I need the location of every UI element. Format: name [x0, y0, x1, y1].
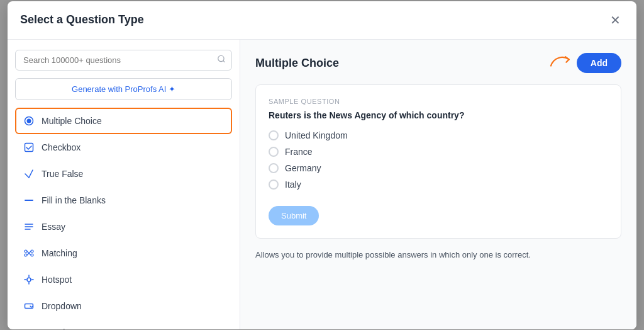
- search-box: [15, 50, 232, 71]
- svg-point-17: [27, 278, 31, 282]
- option-label-1: United Kingdom: [285, 130, 348, 140]
- close-button[interactable]: ✕: [606, 11, 624, 29]
- typein-icon: [23, 326, 35, 329]
- sidebar-item-fill-blanks[interactable]: Fill in the Blanks: [15, 187, 232, 213]
- close-icon: ✕: [610, 13, 621, 28]
- sidebar-item-label: True False: [42, 169, 83, 179]
- checkbox-icon: [23, 141, 35, 154]
- arrow-icon: [549, 52, 572, 74]
- sidebar-item-true-false[interactable]: True False: [15, 161, 232, 187]
- svg-point-12: [31, 250, 33, 253]
- multiple-choice-icon: [23, 115, 35, 127]
- svg-point-2: [27, 118, 31, 123]
- content-header: Multiple Choice Add: [255, 52, 621, 74]
- option-4: Italy: [269, 179, 608, 190]
- option-label-2: France: [285, 147, 313, 157]
- sidebar-item-multiple-choice[interactable]: Multiple Choice: [15, 108, 232, 134]
- sidebar-item-label: Type in: [42, 327, 70, 329]
- content-title: Multiple Choice: [255, 57, 339, 70]
- svg-point-14: [31, 254, 33, 256]
- content-panel: Multiple Choice Add Sample Qu: [240, 40, 636, 329]
- sidebar: Generate with ProProfs AI ✦ Multiple Cho…: [8, 40, 240, 329]
- modal-title: Select a Question Type: [20, 13, 144, 26]
- sample-question: Reuters is the News Agency of which coun…: [269, 110, 608, 120]
- option-label-3: Germany: [285, 163, 321, 173]
- submit-label: Submit: [281, 211, 306, 220]
- sidebar-item-essay[interactable]: Essay: [15, 213, 232, 240]
- modal-body: Generate with ProProfs AI ✦ Multiple Cho…: [8, 40, 636, 329]
- radio-circle-1: [269, 130, 279, 140]
- sidebar-item-label: Multiple Choice: [42, 116, 102, 126]
- svg-rect-22: [25, 304, 33, 308]
- generate-btn[interactable]: Generate with ProProfs AI ✦: [15, 78, 232, 100]
- radio-circle-2: [269, 147, 279, 157]
- svg-line-4: [25, 174, 29, 178]
- sidebar-item-checkbox[interactable]: Checkbox: [15, 134, 232, 161]
- option-2: France: [269, 147, 608, 157]
- svg-point-11: [25, 250, 27, 253]
- radio-circle-3: [269, 163, 279, 173]
- sidebar-item-label: Fill in the Blanks: [42, 195, 106, 205]
- svg-point-0: [218, 55, 224, 61]
- matching-icon: [23, 247, 35, 259]
- radio-circle-4: [269, 179, 279, 190]
- sidebar-item-label: Hotspot: [42, 275, 72, 285]
- submit-button[interactable]: Submit: [269, 206, 319, 225]
- question-types-list: Multiple Choice Checkbox: [15, 108, 232, 329]
- description-text: Allows you to provide multiple possible …: [255, 249, 621, 261]
- truefalse-icon: [23, 168, 35, 180]
- option-3: Germany: [269, 163, 608, 173]
- sidebar-item-matching[interactable]: Matching: [15, 240, 232, 266]
- option-label-4: Italy: [285, 179, 301, 190]
- sample-label: Sample Question: [269, 98, 608, 105]
- essay-icon: [23, 220, 35, 233]
- search-icon: [217, 55, 226, 65]
- sidebar-item-label: Matching: [42, 248, 77, 258]
- blanks-icon: [23, 194, 35, 207]
- sidebar-item-label: Essay: [42, 222, 65, 232]
- option-1: United Kingdom: [269, 130, 608, 140]
- modal: Select a Question Type ✕ Generate with P…: [8, 1, 636, 329]
- add-label: Add: [591, 58, 608, 68]
- sidebar-item-label: Dropdown: [42, 301, 82, 311]
- sidebar-item-dropdown[interactable]: Dropdown: [15, 293, 232, 319]
- sample-card: Sample Question Reuters is the News Agen…: [255, 84, 621, 239]
- search-input[interactable]: [15, 50, 232, 71]
- modal-header: Select a Question Type ✕: [8, 1, 636, 40]
- sidebar-item-type-in[interactable]: Type in: [15, 319, 232, 329]
- hotspot-icon: [23, 273, 35, 286]
- sidebar-item-hotspot[interactable]: Hotspot: [15, 266, 232, 293]
- header-right: Add: [549, 52, 621, 74]
- add-button[interactable]: Add: [577, 53, 621, 73]
- generate-label: Generate with ProProfs AI ✦: [72, 84, 175, 94]
- sidebar-item-label: Checkbox: [42, 142, 80, 152]
- svg-point-13: [25, 254, 27, 256]
- dropdown-icon: [23, 300, 35, 312]
